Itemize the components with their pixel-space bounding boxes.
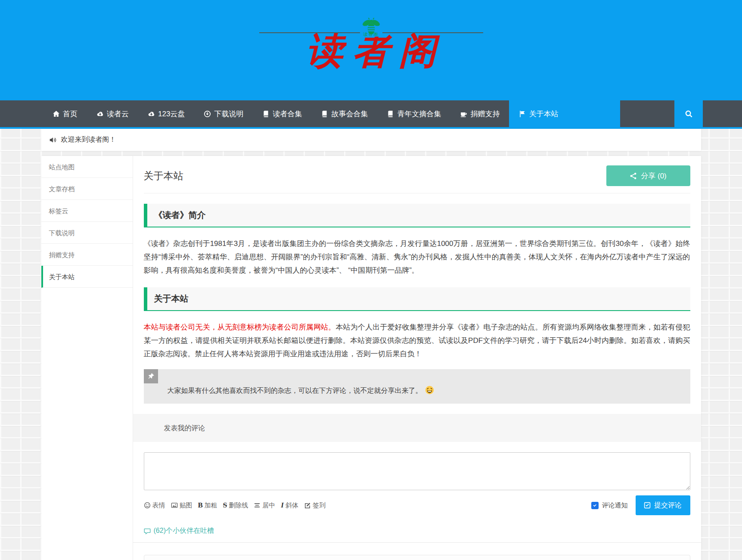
welcome-text: 欢迎来到读者阁！ [61, 135, 116, 144]
sidebar-item-sitemap[interactable]: 站点地图 [41, 156, 133, 178]
checkmark-icon [592, 503, 597, 508]
sidebar-item-archive[interactable]: 文章存档 [41, 178, 133, 200]
share-button[interactable]: 分享 (0) [606, 165, 690, 186]
comment-bubble-icon [144, 528, 151, 535]
section-header-intro: 《读者》简介 [144, 204, 690, 227]
smiley-icon [144, 502, 151, 509]
book-icon [321, 110, 328, 118]
align-center-tool[interactable]: 居中 [254, 501, 275, 510]
pushpin-icon [147, 373, 155, 380]
nav-item-123-cloud[interactable]: 123云盘 [138, 100, 194, 127]
strikethrough-tool[interactable]: S 删除线 [223, 501, 248, 510]
bold-glyph: B [198, 501, 203, 510]
flag-icon [518, 110, 526, 118]
sidebar-item-donate[interactable]: 捐赠支持 [41, 244, 133, 266]
check-square-icon [644, 502, 651, 509]
grinning-face-emoji [425, 386, 434, 395]
nav-menu: 首页 读者云 123云盘 下载说明 读者合集 故事会合集 青年文摘合集 捐赠支 [0, 100, 568, 127]
pin-badge [144, 369, 158, 383]
notify-checkbox[interactable] [591, 502, 599, 509]
sidebar: 站点地图 文章存档 标签云 下载说明 捐赠支持 关于本站 [41, 156, 133, 560]
nav-item-download-guide[interactable]: 下载说明 [194, 100, 253, 127]
nav-spacer [568, 100, 620, 127]
sign-icon [304, 502, 311, 509]
about-paragraph: 本站与读者公司无关，从无刻意标榜为读者公司所属网站。本站为个人出于爱好收集整理并… [144, 320, 690, 361]
pinned-note: 大家如果有什么其他喜欢而找不到的杂志，可以在下方评论，说不定就分享出来了。 [144, 369, 690, 404]
cloud-download-icon [96, 110, 104, 118]
about-warning-text: 本站与读者公司无关，从无刻意标榜为读者公司所属网站。 [144, 323, 336, 331]
comments-count-link[interactable]: (62)个小伙伴在吐槽 [144, 526, 690, 535]
welcome-bar: 欢迎来到读者阁！ [41, 129, 701, 151]
comment-item: 我想要2010年的第18期，我从你的网站下载后是个rar文件，根本打不开，你能提… [144, 555, 690, 560]
site-header: 读者阁 读者阁 [0, 0, 742, 100]
notify-label: 评论通知 [602, 501, 628, 510]
speaker-icon [49, 136, 57, 144]
main-content: 关于本站 分享 (0) 《读者》简介 《读者》杂志创刊于1981年3月，是读者出… [133, 156, 701, 560]
submit-comment-button[interactable]: 提交评论 [636, 495, 690, 515]
sign-in-tool[interactable]: 签到 [304, 501, 326, 510]
donate-cup-icon [460, 110, 467, 118]
italic-glyph: I [281, 501, 284, 510]
sidebar-item-tag-cloud[interactable]: 标签云 [41, 200, 133, 222]
search-icon [685, 110, 693, 118]
nav-item-reader-cloud[interactable]: 读者云 [87, 100, 138, 127]
comment-textarea[interactable] [144, 452, 690, 490]
comments-divider [133, 542, 701, 543]
pinned-note-text: 大家如果有什么其他喜欢而找不到的杂志，可以在下方评论，说不定就分享出来了。 [168, 387, 422, 394]
strikethrough-glyph: S [223, 501, 227, 510]
bee-icon [361, 17, 381, 35]
nav-search-box[interactable] [620, 100, 674, 127]
nav-item-reader-collection[interactable]: 读者合集 [253, 100, 311, 127]
intro-paragraph: 《读者》杂志创刊于1981年3月，是读者出版集团主办的一份综合类文摘杂志，月发行… [144, 237, 690, 277]
share-nodes-icon [630, 172, 637, 180]
sidebar-item-about[interactable]: 关于本站 [41, 266, 133, 288]
emoticon-tool[interactable]: 表情 [144, 501, 165, 510]
align-center-icon [254, 502, 261, 509]
image-icon [171, 502, 178, 509]
nav-right-filler [703, 100, 742, 127]
download-circle-icon [204, 110, 211, 118]
page-title: 关于本站 [144, 169, 183, 183]
nav-item-donate[interactable]: 捐赠支持 [450, 100, 509, 127]
site-logo[interactable]: 读者阁 读者阁 [0, 17, 742, 70]
cloud-download-icon [148, 110, 155, 118]
nav-search-button[interactable] [674, 100, 703, 127]
sidebar-item-download-guide[interactable]: 下载说明 [41, 222, 133, 244]
nav-item-home[interactable]: 首页 [43, 100, 87, 127]
insert-image-tool[interactable]: 贴图 [171, 501, 192, 510]
comment-form-title: 发表我的评论 [133, 414, 701, 442]
italic-tool[interactable]: I 斜体 [281, 501, 298, 510]
nav-item-story-collection[interactable]: 故事会合集 [311, 100, 377, 127]
nav-item-youth-digest-collection[interactable]: 青年文摘合集 [377, 100, 450, 127]
book-icon [387, 110, 394, 118]
book-icon [262, 110, 270, 118]
comment-toolbar: 表情 贴图 B 加粗 S 删除线 [144, 501, 326, 510]
bold-tool[interactable]: B 加粗 [198, 501, 217, 510]
section-header-about: 关于本站 [144, 287, 690, 311]
nav-item-about[interactable]: 关于本站 [509, 100, 568, 127]
main-navbar: 首页 读者云 123云盘 下载说明 读者合集 故事会合集 青年文摘合集 捐赠支 [0, 100, 742, 129]
home-icon [53, 110, 60, 118]
